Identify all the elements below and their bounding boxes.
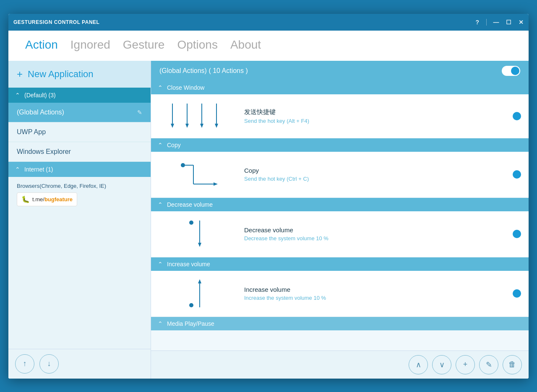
action-subtitle-copy: Send the hot key (Ctrl + C): [244, 176, 497, 182]
svg-marker-1: [171, 124, 174, 128]
right-panel-header-title: (Global Actions) ( 10 Actions ): [159, 67, 248, 75]
chevron-up-close-window: ⌃: [158, 84, 163, 91]
sidebar: + New Application ⌃ (Default) (3) (Globa…: [8, 61, 151, 379]
action-row-increase-volume: Increase volume Increase the system volu…: [151, 271, 529, 317]
sidebar-group-internet[interactable]: ⌃ Internet (1): [8, 162, 151, 177]
edit-icon: ✎: [137, 109, 142, 116]
gesture-decrease-volume: [158, 216, 237, 252]
sidebar-group-default[interactable]: ⌃ (Default) (3): [8, 88, 151, 103]
section-header-media[interactable]: ⌃ Media Play/Pause: [151, 317, 529, 330]
action-info-close-window: 发送快捷键 Send the hot key (Alt + F4): [237, 108, 497, 124]
toggle-decrease-volume[interactable]: [503, 229, 522, 239]
action-row-decrease-volume: Decrease volume Decrease the system volu…: [151, 211, 529, 257]
toggle-increase-volume[interactable]: [503, 288, 522, 299]
action-title-copy: Copy: [244, 167, 497, 174]
telegram-url-accent: bugfeature: [44, 196, 73, 202]
sidebar-item-global-actions[interactable]: (Global Actions) ✎: [8, 103, 151, 122]
add-action-button[interactable]: +: [456, 355, 475, 374]
telegram-badge[interactable]: 🐛 t.me/bugfeature: [17, 192, 77, 206]
new-application-button[interactable]: + New Application: [8, 61, 151, 88]
titlebar: GESTURESIGN CONTROL PANEL ? — ☐ ✕: [8, 14, 529, 31]
nav-gesture[interactable]: Gesture: [123, 38, 165, 53]
global-actions-toggle[interactable]: [502, 66, 520, 76]
sidebar-item-browsers[interactable]: Browsers(Chrome, Edge, Firefox, IE) 🐛 t.…: [8, 177, 151, 212]
section-label-copy: Copy: [167, 142, 181, 148]
action-list: ⌃ Close Window: [151, 81, 529, 350]
sidebar-item-windows-explorer-label: Windows Explorer: [17, 148, 71, 156]
section-label-decrease-volume: Decrease volume: [167, 201, 213, 208]
action-row-copy: Copy Send the hot key (Ctrl + C): [151, 152, 529, 198]
svg-marker-12: [214, 182, 218, 186]
action-info-copy: Copy Send the hot key (Ctrl + C): [237, 167, 497, 182]
sidebar-bottom: ↑ ↓: [8, 349, 151, 379]
nav-action[interactable]: Action: [25, 38, 58, 53]
action-title-close-window: 发送快捷键: [244, 108, 497, 116]
right-footer: ∧ ∨ + ✎ 🗑: [151, 350, 529, 379]
gesture-close-window: [158, 99, 237, 133]
section-header-close-window[interactable]: ⌃ Close Window: [151, 81, 529, 94]
section-header-increase-volume[interactable]: ⌃ Increase volume: [151, 257, 529, 271]
import-button[interactable]: ↓: [39, 354, 59, 374]
svg-point-16: [189, 303, 193, 307]
titlebar-controls: ? — ☐ ✕: [475, 19, 524, 26]
right-panel: (Global Actions) ( 10 Actions ) ⌃ Close …: [151, 61, 529, 379]
main-content: + New Application ⌃ (Default) (3) (Globa…: [8, 61, 529, 379]
section-label-media: Media Play/Pause: [167, 320, 214, 327]
close-button[interactable]: ✕: [519, 19, 524, 26]
bug-icon: 🐛: [21, 195, 30, 203]
action-info-increase-volume: Increase volume Increase the system volu…: [237, 286, 497, 301]
maximize-button[interactable]: ☐: [506, 19, 512, 26]
new-application-label: New Application: [28, 69, 94, 80]
titlebar-separator: [486, 19, 487, 26]
chevron-up-copy: ⌃: [158, 142, 163, 148]
nav-about[interactable]: About: [230, 38, 261, 53]
sidebar-group-internet-label: Internet (1): [24, 166, 53, 173]
export-button[interactable]: ↑: [15, 354, 34, 374]
sidebar-item-uwp-label: UWP App: [17, 128, 46, 136]
svg-marker-3: [185, 124, 189, 128]
chevron-up-decrease: ⌃: [158, 201, 163, 208]
gesture-increase-volume: [158, 276, 237, 312]
plus-icon: +: [17, 68, 23, 80]
action-row-close-window: 发送快捷键 Send the hot key (Alt + F4): [151, 94, 529, 138]
section-header-decrease-volume[interactable]: ⌃ Decrease volume: [151, 198, 529, 211]
chevron-up-icon: ⌃: [15, 92, 20, 99]
section-label-close-window: Close Window: [167, 84, 204, 91]
svg-point-13: [189, 221, 193, 225]
telegram-url: t.me/bugfeature: [32, 196, 73, 202]
help-icon[interactable]: ?: [475, 19, 479, 26]
action-subtitle-increase-volume: Increase the system volume 10 %: [244, 295, 497, 301]
action-subtitle-decrease-volume: Decrease the system volume 10 %: [244, 235, 497, 241]
main-window: GESTURESIGN CONTROL PANEL ? — ☐ ✕ Action…: [8, 14, 529, 379]
delete-action-button[interactable]: 🗑: [503, 355, 522, 374]
right-panel-header: (Global Actions) ( 10 Actions ): [151, 61, 529, 81]
nav-bar: Action Ignored Gesture Options About: [8, 31, 529, 61]
section-header-copy[interactable]: ⌃ Copy: [151, 138, 529, 152]
edit-action-button[interactable]: ✎: [479, 355, 498, 374]
svg-marker-15: [198, 243, 201, 247]
chevron-up-icon-internet: ⌃: [15, 166, 20, 173]
action-title-increase-volume: Increase volume: [244, 286, 497, 293]
svg-point-8: [181, 163, 185, 167]
action-subtitle-close-window: Send the hot key (Alt + F4): [244, 118, 497, 124]
sidebar-item-global-actions-label: (Global Actions): [17, 109, 64, 116]
minimize-button[interactable]: —: [493, 19, 500, 26]
section-label-increase-volume: Increase volume: [167, 261, 210, 267]
gesture-copy: [158, 157, 237, 192]
sidebar-group-default-label: (Default) (3): [24, 92, 56, 99]
titlebar-title: GESTURESIGN CONTROL PANEL: [13, 19, 475, 25]
svg-marker-5: [200, 124, 203, 128]
chevron-up-increase: ⌃: [158, 261, 163, 267]
action-info-decrease-volume: Decrease volume Decrease the system volu…: [237, 226, 497, 241]
svg-marker-7: [215, 124, 218, 128]
sidebar-item-windows-explorer[interactable]: Windows Explorer: [8, 142, 151, 162]
move-down-button[interactable]: ∨: [432, 355, 451, 374]
chevron-up-media: ⌃: [158, 320, 163, 327]
nav-ignored[interactable]: Ignored: [70, 38, 110, 53]
nav-options[interactable]: Options: [177, 38, 218, 53]
toggle-copy[interactable]: [503, 169, 522, 179]
move-up-button[interactable]: ∧: [409, 355, 428, 374]
sidebar-item-uwp-app[interactable]: UWP App: [8, 122, 151, 142]
toggle-close-window[interactable]: [503, 111, 522, 121]
browsers-label: Browsers(Chrome, Edge, Firefox, IE): [17, 183, 142, 189]
